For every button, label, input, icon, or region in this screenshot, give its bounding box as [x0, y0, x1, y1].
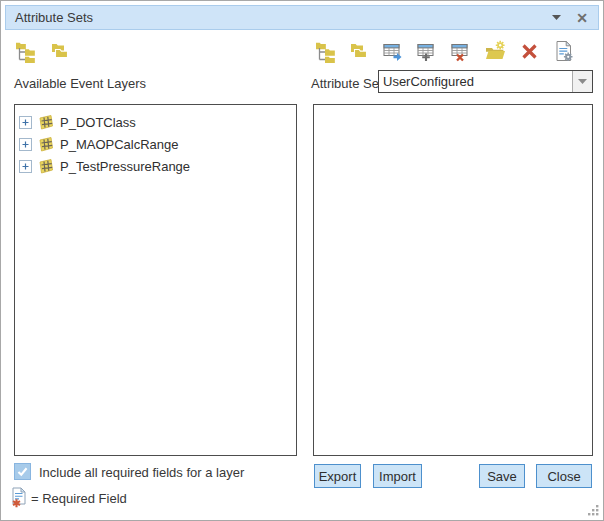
- tree-item-p-maopcalcrange[interactable]: P_MAOPCalcRange: [15, 133, 296, 155]
- tree-item-label: P_TestPressureRange: [60, 159, 190, 174]
- expand-plus-icon[interactable]: [19, 160, 32, 173]
- dock-menu-arrow-icon[interactable]: [548, 10, 564, 26]
- required-field-icon: [10, 487, 29, 508]
- dialog-title: Attribute Sets: [6, 10, 93, 25]
- new-set-tree-icon[interactable]: [313, 39, 335, 63]
- copy-set-icon[interactable]: [347, 39, 369, 63]
- event-layer-icon: [37, 114, 54, 131]
- expand-plus-icon[interactable]: [19, 116, 32, 129]
- attribute-sets-dialog: Attribute Sets ✕: [0, 0, 604, 521]
- available-event-layers-label: Available Event Layers: [14, 76, 146, 91]
- copy-set-icon[interactable]: [48, 39, 70, 63]
- attribute-set-combobox[interactable]: UserConfigured: [378, 70, 593, 93]
- resize-grip[interactable]: [585, 502, 600, 517]
- table-export-icon[interactable]: [382, 39, 404, 63]
- toolbar-left: [13, 39, 70, 63]
- expand-plus-icon[interactable]: [19, 138, 32, 151]
- include-required-fields-checkbox[interactable]: [14, 463, 31, 480]
- document-settings-icon[interactable]: [553, 39, 575, 63]
- attribute-set-contents-list[interactable]: [313, 104, 593, 456]
- toolbar-right: [313, 39, 575, 63]
- folder-settings-icon[interactable]: [484, 39, 506, 63]
- tree-item-label: P_MAOPCalcRange: [60, 137, 179, 152]
- titlebar[interactable]: Attribute Sets ✕: [5, 5, 599, 30]
- tree-item-label: P_DOTClass: [60, 115, 136, 130]
- save-button[interactable]: Save: [479, 464, 525, 488]
- close-button[interactable]: Close: [536, 464, 592, 488]
- delete-x-icon[interactable]: [519, 39, 541, 63]
- attribute-set-value: UserConfigured: [379, 74, 572, 89]
- required-field-label: = Required Field: [31, 491, 127, 506]
- attribute-set-label: Attribute Set:: [311, 76, 386, 91]
- tree-item-p-testpressurerange[interactable]: P_TestPressureRange: [15, 155, 296, 177]
- table-add-icon[interactable]: [416, 39, 438, 63]
- tree-item-p-dotclass[interactable]: P_DOTClass: [15, 111, 296, 133]
- new-set-tree-icon[interactable]: [13, 39, 35, 63]
- chevron-down-icon: [578, 79, 587, 84]
- event-layer-icon: [37, 158, 54, 175]
- table-remove-icon[interactable]: [450, 39, 472, 63]
- close-icon[interactable]: ✕: [574, 10, 590, 26]
- include-required-fields-label: Include all required fields for a layer: [39, 465, 244, 480]
- export-button[interactable]: Export: [314, 464, 361, 488]
- import-button[interactable]: Import: [373, 464, 422, 488]
- available-event-layers-list[interactable]: P_DOTClass P_MAOPCalcRange: [14, 104, 297, 456]
- event-layer-icon: [37, 136, 54, 153]
- checkmark-icon: [16, 465, 29, 478]
- combobox-dropdown-button[interactable]: [572, 71, 592, 92]
